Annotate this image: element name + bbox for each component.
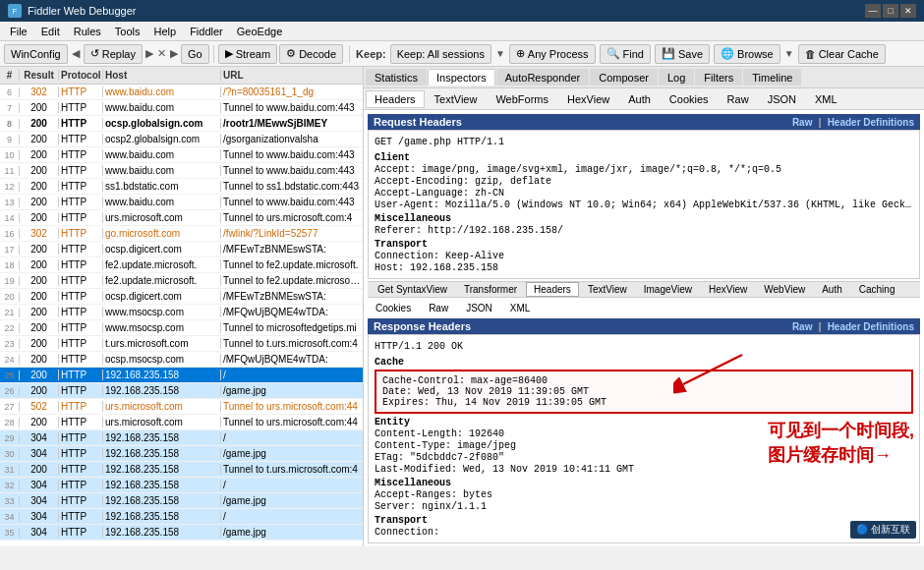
request-header-links: Raw | Header Definitions bbox=[792, 116, 914, 128]
table-row[interactable]: 32 304 HTTP 192.168.235.158 / bbox=[0, 478, 363, 493]
subtab-hexview[interactable]: HexView bbox=[558, 90, 618, 108]
save-button[interactable]: 💾 Save bbox=[655, 44, 710, 64]
row-protocol: HTTP bbox=[59, 370, 103, 380]
menu-fiddler[interactable]: Fiddler bbox=[184, 24, 229, 39]
row-id: 13 bbox=[0, 198, 20, 207]
close-button[interactable]: ✕ bbox=[900, 4, 916, 18]
browse-button[interactable]: 🌐 Browse bbox=[714, 44, 780, 64]
tab-composer[interactable]: Composer bbox=[590, 69, 658, 86]
row-protocol: HTTP bbox=[59, 149, 103, 160]
menu-file[interactable]: File bbox=[4, 24, 33, 39]
row-id: 18 bbox=[0, 260, 20, 270]
subtab-json[interactable]: JSON bbox=[759, 90, 805, 108]
host-field: Host: 192.168.235.158 bbox=[375, 262, 913, 273]
table-row[interactable]: 23 200 HTTP t.urs.microsoft.com Tunnel t… bbox=[0, 336, 363, 352]
resp-tab-headers[interactable]: Headers bbox=[526, 282, 579, 297]
row-result: 302 bbox=[20, 86, 59, 97]
table-row[interactable]: 10 200 HTTP www.baidu.com Tunnel to www.… bbox=[0, 147, 363, 163]
table-row[interactable]: 31 200 HTTP 192.168.235.158 Tunnel to t.… bbox=[0, 462, 363, 478]
table-row[interactable]: 21 200 HTTP www.msocsp.com /MFQwUjBQME4w… bbox=[0, 305, 363, 320]
keep-sessions-button[interactable]: Keep: All sessions bbox=[390, 44, 491, 64]
tab-inspectors[interactable]: Inspectors bbox=[428, 69, 495, 86]
resp-tab-auth[interactable]: Auth bbox=[814, 282, 850, 297]
row-id: 28 bbox=[0, 418, 20, 428]
tab-timeline[interactable]: Timeline bbox=[743, 69, 801, 86]
row-result: 302 bbox=[20, 228, 59, 239]
table-row[interactable]: 14 200 HTTP urs.microsoft.com Tunnel to … bbox=[0, 210, 363, 226]
table-row[interactable]: 25 200 HTTP 192.168.235.158 / bbox=[0, 368, 363, 383]
resp-tab-raw[interactable]: Raw bbox=[421, 301, 456, 315]
row-id: 27 bbox=[0, 402, 20, 412]
table-row[interactable]: 16 302 HTTP go.microsoft.com /fwlink/?Li… bbox=[0, 226, 363, 242]
table-row[interactable]: 22 200 HTTP www.msocsp.com Tunnel to mic… bbox=[0, 320, 363, 336]
menu-edit[interactable]: Edit bbox=[35, 24, 66, 39]
resp-tab-hexview[interactable]: HexView bbox=[701, 282, 755, 297]
find-button[interactable]: 🔍 Find bbox=[600, 44, 651, 64]
menu-geoedge[interactable]: GeoEdge bbox=[231, 24, 288, 39]
table-row[interactable]: 11 200 HTTP www.baidu.com Tunnel to www.… bbox=[0, 163, 363, 179]
table-row[interactable]: 26 200 HTTP 192.168.235.158 /game.jpg bbox=[0, 383, 363, 399]
resp-tab-syntaxview[interactable]: Get SyntaxView bbox=[370, 282, 455, 297]
table-row[interactable]: 19 200 HTTP fe2.update.microsoft. Tunnel… bbox=[0, 273, 363, 289]
resp-raw-link[interactable]: Raw bbox=[792, 321, 813, 332]
resp-tab-imageview[interactable]: ImageView bbox=[636, 282, 700, 297]
menu-help[interactable]: Help bbox=[148, 24, 183, 39]
menu-tools[interactable]: Tools bbox=[109, 24, 146, 39]
row-result: 200 bbox=[20, 275, 59, 286]
table-row[interactable]: 35 304 HTTP 192.168.235.158 /game.jpg bbox=[0, 525, 363, 541]
table-row[interactable]: 9 200 HTTP ocsp2.globalsign.com /gsorgan… bbox=[0, 132, 363, 147]
tab-autoresponder[interactable]: AutoResponder bbox=[496, 69, 589, 86]
go-button[interactable]: Go bbox=[181, 44, 209, 64]
resp-tab-xml[interactable]: XML bbox=[502, 301, 539, 315]
resp-header-def-link[interactable]: Header Definitions bbox=[828, 321, 914, 332]
table-row[interactable]: 20 200 HTTP ocsp.digicert.com /MFEwTzBNM… bbox=[0, 289, 363, 305]
tab-log[interactable]: Log bbox=[659, 69, 694, 86]
header-def-link[interactable]: Header Definitions bbox=[828, 117, 914, 128]
table-row[interactable]: 33 304 HTTP 192.168.235.158 /game.jpg bbox=[0, 493, 363, 509]
resp-tab-caching[interactable]: Caching bbox=[851, 282, 903, 297]
col-header-host: Host bbox=[103, 70, 221, 81]
table-row[interactable]: 17 200 HTTP ocsp.digicert.com /MFEwTzBNM… bbox=[0, 242, 363, 257]
row-url: / bbox=[221, 511, 363, 522]
window-controls: — □ ✕ bbox=[865, 4, 916, 18]
table-row[interactable]: 28 200 HTTP urs.microsoft.com Tunnel to … bbox=[0, 415, 363, 430]
table-row[interactable]: 34 304 HTTP 192.168.235.158 / bbox=[0, 509, 363, 525]
table-row[interactable]: 13 200 HTTP www.baidu.com Tunnel to www.… bbox=[0, 195, 363, 210]
menu-rules[interactable]: Rules bbox=[68, 24, 107, 39]
subtab-webforms[interactable]: WebForms bbox=[487, 90, 557, 108]
table-row[interactable]: 8 200 HTTP ocsp.globalsign.com /rootr1/M… bbox=[0, 116, 363, 132]
raw-link[interactable]: Raw bbox=[792, 117, 813, 128]
stream-button[interactable]: ▶ Stream bbox=[218, 44, 277, 64]
clear-cache-button[interactable]: 🗑 Clear Cache bbox=[798, 44, 886, 64]
table-row[interactable]: 18 200 HTTP fe2.update.microsoft. Tunnel… bbox=[0, 257, 363, 273]
table-row[interactable]: 29 304 HTTP 192.168.235.158 / bbox=[0, 430, 363, 446]
decode-button[interactable]: ⚙ Decode bbox=[279, 44, 343, 64]
table-row[interactable]: 27 502 HTTP urs.microsoft.com Tunnel to … bbox=[0, 399, 363, 415]
table-row[interactable]: 7 200 HTTP www.baidu.com Tunnel to www.b… bbox=[0, 100, 363, 116]
subtab-headers[interactable]: Headers bbox=[366, 90, 425, 108]
maximize-button[interactable]: □ bbox=[883, 4, 898, 18]
resp-tab-json[interactable]: JSON bbox=[458, 301, 500, 315]
table-row[interactable]: 24 200 HTTP ocsp.msocsp.com /MFQwUjBQME4… bbox=[0, 352, 363, 368]
subtab-cookies[interactable]: Cookies bbox=[661, 90, 718, 108]
row-host: www.msocsp.com bbox=[103, 322, 221, 333]
resp-tab-transformer[interactable]: Transformer bbox=[456, 282, 525, 297]
subtab-xml[interactable]: XML bbox=[806, 90, 846, 108]
subtab-auth[interactable]: Auth bbox=[619, 90, 660, 108]
subtab-textview[interactable]: TextView bbox=[426, 90, 487, 108]
table-row[interactable]: 30 304 HTTP 192.168.235.158 /game.jpg bbox=[0, 446, 363, 462]
table-row[interactable]: 12 200 HTTP ss1.bdstatic.com Tunnel to s… bbox=[0, 179, 363, 195]
tab-filters[interactable]: Filters bbox=[695, 69, 742, 86]
resp-tab-webview[interactable]: WebView bbox=[756, 282, 813, 297]
row-host: ocsp.digicert.com bbox=[103, 244, 221, 255]
any-process-button[interactable]: ⊕ Any Process bbox=[509, 44, 596, 64]
tab-statistics[interactable]: Statistics bbox=[366, 69, 427, 86]
replay-button[interactable]: ↺ Replay bbox=[84, 44, 143, 64]
minimize-button[interactable]: — bbox=[865, 4, 881, 18]
resp-tab-textview[interactable]: TextView bbox=[580, 282, 635, 297]
resp-tab-cookies[interactable]: Cookies bbox=[368, 301, 419, 315]
clear-cache-icon: 🗑 bbox=[805, 48, 816, 60]
winconfig-button[interactable]: WinConfig bbox=[4, 44, 68, 64]
subtab-raw[interactable]: Raw bbox=[719, 90, 758, 108]
table-row[interactable]: 6 302 HTTP www.baidu.com /?n=80035161_1_… bbox=[0, 85, 363, 100]
